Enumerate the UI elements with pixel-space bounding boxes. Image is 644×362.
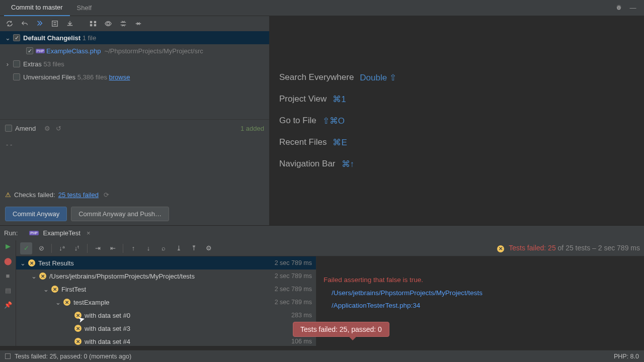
checkbox[interactable]	[26, 47, 33, 54]
svg-rect-2	[94, 21, 96, 23]
commit-anyway-button[interactable]: Commit Anyway	[5, 207, 67, 221]
history-icon[interactable]: ↺	[53, 123, 64, 134]
hint-project: Project View	[279, 94, 327, 104]
checkbox[interactable]	[13, 60, 20, 67]
expand-all-icon[interactable]: ⇥	[92, 242, 104, 254]
chevron-down-icon[interactable]: ⌄	[55, 299, 61, 306]
minimize-icon[interactable]: —	[628, 3, 638, 13]
changelist-name: Default Changelist	[23, 34, 80, 42]
run-gutter: ▶ ⬤ ■ ▤ 📌	[0, 240, 16, 346]
close-icon[interactable]: ×	[87, 229, 91, 237]
checkbox[interactable]	[13, 34, 20, 41]
svg-rect-4	[94, 24, 96, 26]
test-summary: ✕ Tests failed: 25 of 25 tests – 2 sec 7…	[497, 244, 640, 252]
extras-label: Extras	[23, 60, 42, 68]
sort-duration-icon[interactable]: ↓ᵗ	[71, 242, 83, 254]
tooltip: Tests failed: 25, passed: 0	[293, 322, 389, 337]
hint-navbar: Navigation Bar	[279, 159, 336, 169]
tree-dataset[interactable]: ✕ with data set #0 283 ms	[16, 309, 316, 322]
svg-point-5	[107, 22, 109, 25]
browse-link[interactable]: browse	[109, 73, 130, 81]
layout-icon[interactable]: ▤	[5, 287, 11, 294]
shortcut: ⌘↑	[342, 159, 355, 169]
fail-icon: ✕	[497, 245, 504, 252]
settings-icon[interactable]: ⚙	[203, 242, 215, 254]
shortcut: ⇧⌘O	[323, 116, 345, 126]
shortcut: Double ⇧	[360, 72, 396, 83]
file-row[interactable]: PHP ExampleClass.php ~/PhpstormProjects/…	[0, 44, 269, 57]
checkbox[interactable]	[13, 73, 20, 80]
shelve-icon[interactable]	[64, 18, 75, 29]
hint-recent: Recent Files	[279, 137, 327, 147]
chevron-down-icon[interactable]: ⌄	[4, 34, 11, 42]
svg-rect-3	[90, 24, 92, 26]
file-count: 53 files	[43, 60, 64, 68]
chevron-down-icon[interactable]: ⌄	[43, 286, 49, 293]
toolwindow-icon[interactable]	[5, 353, 11, 359]
stack-path[interactable]: /ApplicationTesterTest.php:34	[324, 299, 637, 312]
collapse-icon[interactable]	[133, 18, 144, 29]
gear-icon[interactable]	[614, 3, 624, 13]
unversioned-row[interactable]: Unversioned Files 5,386 files browse	[0, 70, 269, 83]
stack-path[interactable]: /Users/jetbrains/PhpstormProjects/MyProj…	[324, 287, 637, 300]
amend-checkbox[interactable]	[5, 125, 12, 132]
svg-rect-1	[90, 21, 92, 23]
run-config-name: ExampleTest	[43, 229, 80, 237]
rollback-icon[interactable]	[19, 18, 30, 29]
shortcut: ⌘1	[333, 94, 346, 105]
next-fail-icon[interactable]: ↓	[142, 242, 154, 254]
unversioned-label: Unversioned Files	[23, 73, 75, 81]
stop-icon[interactable]: ■	[6, 272, 10, 280]
commit-push-button[interactable]: Commit Anyway and Push…	[71, 207, 169, 221]
search-icon[interactable]: ⌕	[157, 242, 170, 254]
pin-icon[interactable]: 📌	[4, 301, 12, 309]
file-path: ~/PhpstormProjects/MyProject/src	[105, 47, 203, 55]
refresh-icon[interactable]	[4, 18, 15, 29]
prev-fail-icon[interactable]: ↑	[127, 242, 139, 254]
tree-class[interactable]: ⌄ ✕ FirstTest 2 sec 789 ms	[16, 283, 316, 296]
tree-dataset[interactable]: ✕ with data set #4 106 ms	[16, 335, 316, 346]
chevron-down-icon[interactable]: ⌄	[20, 259, 26, 267]
tab-shelf[interactable]: Shelf	[70, 0, 99, 16]
failed-tests-link[interactable]: 25 tests failed	[58, 191, 99, 199]
group-icon[interactable]	[88, 18, 99, 29]
sort-alpha-icon[interactable]: ↓ᵃ	[56, 242, 68, 254]
tree-root[interactable]: ⌄ ✕ Test Results 2 sec 789 ms	[16, 256, 316, 269]
editor-placeholder: Search EverywhereDouble ⇧ Project View⌘1…	[269, 16, 644, 225]
show-passed-icon[interactable]: ✓	[20, 242, 32, 254]
changelist-default[interactable]: ⌄ Default Changelist 1 file	[0, 31, 269, 44]
fail-icon: ✕	[51, 286, 58, 293]
file-count: 1 file	[83, 34, 96, 42]
refresh-icon[interactable]: ⟳	[104, 191, 109, 199]
expand-icon[interactable]	[118, 18, 129, 29]
commit-message-input[interactable]: - -	[0, 137, 269, 187]
file-count: 5,386 files	[77, 73, 107, 81]
commit-panel: ⌄ Default Changelist 1 file PHP ExampleC…	[0, 16, 269, 225]
tree-path[interactable]: ⌄ ✕ /Users/jetbrains/PhpstormProjects/My…	[16, 269, 316, 283]
show-ignored-icon[interactable]: ⊘	[35, 242, 47, 254]
amend-label: Amend	[15, 125, 36, 132]
hint-goto: Go to File	[279, 116, 316, 126]
gear-icon[interactable]: ⚙	[42, 123, 53, 134]
diff-icon[interactable]	[34, 18, 45, 29]
import-icon[interactable]: ⤓	[173, 242, 185, 254]
export-icon[interactable]: ⤒	[188, 242, 200, 254]
debug-icon[interactable]: ⬤	[4, 257, 12, 265]
changelist-extras[interactable]: › Extras 53 files	[0, 57, 269, 70]
checks-label: Checks failed:	[14, 191, 55, 199]
run-icon[interactable]: ▶	[6, 242, 11, 250]
collapse-all-icon[interactable]: ⇤	[107, 242, 119, 254]
svg-rect-0	[52, 21, 58, 27]
php-version[interactable]: PHP: 8.0	[614, 353, 639, 360]
fail-icon: ✕	[28, 259, 35, 266]
tree-dataset[interactable]: ✕ with data set #3	[16, 322, 316, 335]
preview-icon[interactable]	[103, 18, 114, 29]
file-name: ExampleClass.php	[46, 47, 101, 55]
tab-commit[interactable]: Commit to master	[4, 0, 70, 16]
fail-icon: ✕	[74, 325, 82, 332]
chevron-down-icon[interactable]: ⌄	[31, 273, 37, 280]
changelist-icon[interactable]	[49, 18, 60, 29]
fail-icon: ✕	[39, 273, 46, 280]
chevron-right-icon[interactable]: ›	[4, 60, 11, 68]
tree-method[interactable]: ⌄ ✕ testExample 2 sec 789 ms	[16, 296, 316, 309]
